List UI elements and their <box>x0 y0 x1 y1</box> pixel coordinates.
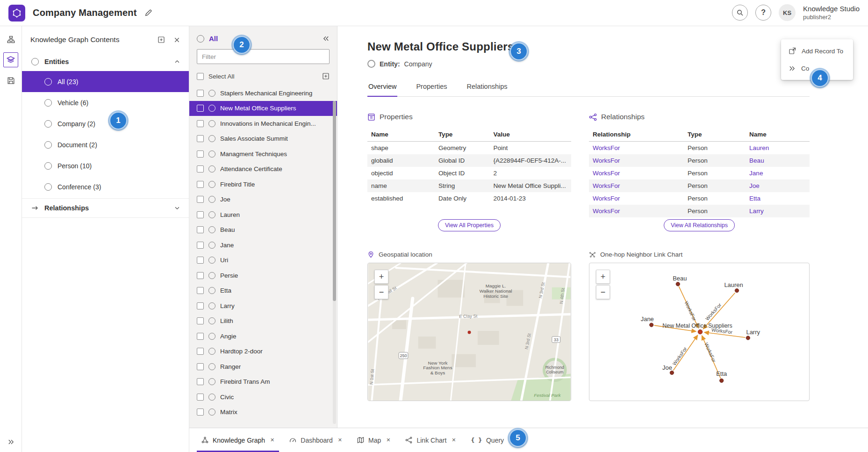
checkbox-icon[interactable] <box>197 287 204 294</box>
relationship-link[interactable]: Beau <box>749 157 764 164</box>
scrollbar-thumb[interactable] <box>333 101 336 301</box>
record-item-new-metal-office-suppliers[interactable]: New Metal Office Suppliers <box>189 101 337 116</box>
record-item-larry[interactable]: Larry <box>189 298 337 314</box>
checkbox-icon[interactable] <box>197 333 204 340</box>
entity-filter-document-2[interactable]: Document (2) <box>22 134 189 155</box>
entity-filter-company-2[interactable]: Company (2) <box>22 113 189 134</box>
new-window-icon[interactable] <box>158 36 165 43</box>
record-item-ranger[interactable]: Ranger <box>189 359 337 374</box>
link-chart-zoom-out-button[interactable]: − <box>596 285 610 299</box>
bottom-tab-dashboard[interactable]: Dashboard✕ <box>282 428 350 452</box>
bottom-tab-link-chart[interactable]: Link Chart✕ <box>398 428 463 452</box>
checkbox-icon[interactable] <box>197 242 204 249</box>
checkbox-icon[interactable] <box>197 120 204 127</box>
checkbox-icon[interactable] <box>197 90 204 97</box>
checkbox-icon[interactable] <box>197 302 204 309</box>
record-item-uri[interactable]: Uri <box>189 253 337 268</box>
record-item-etta[interactable]: Etta <box>189 283 337 299</box>
tab-overview[interactable]: Overview <box>367 79 397 97</box>
view-all-relationships-button[interactable]: View All Relationships <box>664 219 735 232</box>
record-item-matrix[interactable]: Matrix <box>189 405 337 420</box>
relationship-link[interactable]: WorksFor <box>593 208 620 215</box>
expand-panel-icon[interactable] <box>7 438 14 445</box>
relationship-link[interactable]: WorksFor <box>593 182 620 189</box>
close-tab-icon[interactable]: ✕ <box>452 437 456 443</box>
entity-filter-conference-3[interactable]: Conference (3) <box>22 176 189 197</box>
view-all-properties-button[interactable]: View All Properties <box>438 219 501 232</box>
checkbox-icon[interactable] <box>197 363 204 370</box>
entity-filter-vehicle-6[interactable]: Vehicle (6) <box>22 92 189 113</box>
tab-relationships[interactable]: Relationships <box>466 79 509 96</box>
record-item-managment-techniques[interactable]: Managment Techniques <box>189 146 337 162</box>
relationship-link[interactable]: Joe <box>749 182 760 189</box>
app-logo-icon[interactable] <box>8 5 25 22</box>
record-item-firebird-title[interactable]: Firebird Title <box>189 177 337 192</box>
relationship-link[interactable]: Etta <box>749 195 760 202</box>
record-item-persie[interactable]: Persie <box>189 268 337 283</box>
map-canvas[interactable]: Maggie L. Walker National Historic Site … <box>367 263 571 401</box>
chevron-up-icon[interactable] <box>174 58 180 65</box>
help-icon[interactable]: ? <box>755 5 771 21</box>
checkbox-icon[interactable] <box>197 226 204 233</box>
entity-filter-all-23[interactable]: All (23) <box>22 71 189 92</box>
relationship-link[interactable]: Larry <box>749 208 764 215</box>
record-item-angie[interactable]: Angie <box>189 329 337 344</box>
map-zoom-in-button[interactable]: + <box>374 270 388 284</box>
record-item-jane[interactable]: Jane <box>189 237 337 253</box>
record-item-lilith[interactable]: Lilith <box>189 314 337 329</box>
relationship-link[interactable]: Lauren <box>749 144 769 151</box>
save-icon[interactable] <box>3 73 18 88</box>
checkbox-icon[interactable] <box>197 151 204 158</box>
bottom-tab-query[interactable]: { }Query <box>464 428 512 452</box>
checkbox-icon[interactable] <box>197 196 204 203</box>
hierarchy-icon[interactable] <box>3 32 18 47</box>
checkbox-icon[interactable] <box>197 211 204 218</box>
layers-icon[interactable] <box>3 52 18 67</box>
record-item-staplers-mechanical-engineering[interactable]: Staplers Mechanical Engineering <box>189 86 337 101</box>
user-avatar[interactable]: KS <box>779 4 796 21</box>
center-node-dot[interactable] <box>698 330 703 334</box>
checkbox-icon[interactable] <box>197 272 204 279</box>
checkbox-icon[interactable] <box>197 181 204 188</box>
relationships-group-header[interactable]: Relationships <box>22 198 189 218</box>
entity-filter-person-10[interactable]: Person (10) <box>22 155 189 176</box>
relationship-link[interactable]: WorksFor <box>593 157 620 164</box>
record-item-civic[interactable]: Civic <box>189 389 337 405</box>
relationship-link[interactable]: WorksFor <box>593 195 620 202</box>
checkbox-icon[interactable] <box>197 378 204 385</box>
select-all-checkbox[interactable] <box>197 73 204 80</box>
node-dot[interactable] <box>676 282 680 286</box>
record-item-joe[interactable]: Joe <box>189 192 337 208</box>
new-selection-icon[interactable] <box>322 72 330 80</box>
bottom-tab-map[interactable]: Map✕ <box>350 428 398 452</box>
checkbox-icon[interactable] <box>197 135 204 142</box>
close-tab-icon[interactable]: ✕ <box>386 437 390 443</box>
checkbox-icon[interactable] <box>197 317 204 324</box>
chevron-down-icon[interactable] <box>174 205 180 211</box>
collapse-panel-icon[interactable] <box>323 35 330 42</box>
close-panel-icon[interactable] <box>173 36 180 43</box>
checkbox-icon[interactable] <box>197 394 204 401</box>
link-chart-zoom-in-button[interactable]: + <box>596 270 610 284</box>
relationship-link[interactable]: WorksFor <box>593 144 620 151</box>
checkbox-icon[interactable] <box>197 409 204 416</box>
node-dot[interactable] <box>720 379 724 382</box>
bottom-tab-knowledge-graph[interactable]: Knowledge Graph✕ <box>194 428 282 452</box>
node-dot[interactable] <box>746 336 750 340</box>
search-icon[interactable] <box>732 5 748 21</box>
record-item-firebird-trans-am[interactable]: Firebird Trans Am <box>189 374 337 390</box>
node-dot[interactable] <box>650 323 653 327</box>
entities-group-header[interactable]: Entities <box>22 52 189 71</box>
menu-item-add-record-to[interactable]: Add Record To <box>781 42 853 60</box>
checkbox-icon[interactable] <box>197 165 204 172</box>
filter-input[interactable] <box>197 49 330 64</box>
link-chart-canvas[interactable]: Beau Lauren Jane Larry Joe Etta New Meta… <box>589 263 810 401</box>
edit-title-icon[interactable] <box>144 9 152 17</box>
checkbox-icon[interactable] <box>197 348 204 355</box>
record-item-innovations-in-mechanical-engin[interactable]: Innovations in Mechanical Engin... <box>189 116 337 131</box>
close-tab-icon[interactable]: ✕ <box>338 437 342 443</box>
tab-properties[interactable]: Properties <box>415 79 448 96</box>
node-dot[interactable] <box>670 371 674 374</box>
record-item-sales-associate-summit[interactable]: Sales Associate Summit <box>189 131 337 147</box>
record-item-beau[interactable]: Beau <box>189 222 337 238</box>
